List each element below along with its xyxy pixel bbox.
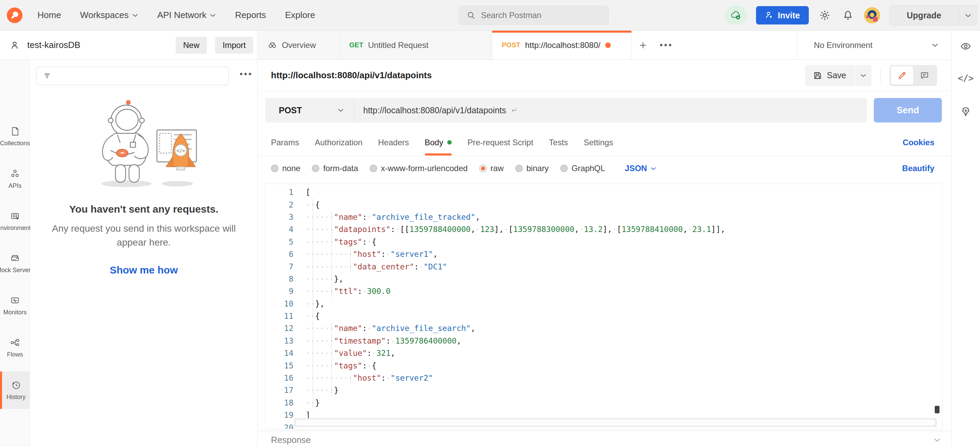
global-search[interactable] xyxy=(459,6,609,25)
environment-quick-look-button[interactable] xyxy=(956,37,975,56)
url-input[interactable]: http://localhost:8080/api/v1/datapoints xyxy=(354,105,867,115)
comment-icon xyxy=(920,71,929,80)
show-me-how-link[interactable]: Show me how xyxy=(110,264,178,276)
line-number: 16 xyxy=(266,374,293,382)
sidebar-rail-items: CollectionsAPIsEnvironmentsMock ServersM… xyxy=(0,60,30,447)
radio-unselected-icon xyxy=(515,165,523,172)
radio-unselected-icon xyxy=(370,165,377,172)
code-snippet-button[interactable]: </> xyxy=(956,69,975,88)
primary-nav: Home Workspaces API Network Reports Expl… xyxy=(37,10,315,21)
radio-unselected-icon xyxy=(560,165,568,172)
line-number: 4 xyxy=(266,225,293,234)
tab-post-localhost[interactable]: POST http://localhost:8080/ xyxy=(492,31,632,60)
nav-api-network[interactable]: API Network xyxy=(157,10,216,21)
beautify-link[interactable]: Beautify xyxy=(902,163,934,173)
sidebar-item-environments[interactable]: Environments xyxy=(0,203,30,240)
body-mode-binary[interactable]: binary xyxy=(515,163,549,173)
cookies-link[interactable]: Cookies xyxy=(903,138,934,147)
sync-status-button[interactable] xyxy=(725,6,747,25)
user-avatar[interactable] xyxy=(864,7,880,24)
line-number: 13 xyxy=(266,336,293,345)
history-empty-state: </> You haven't sent any requests. Any r… xyxy=(30,85,257,276)
sidebar-item-apis[interactable]: APIs xyxy=(0,160,30,198)
vertical-scrollbar-thumb[interactable] xyxy=(935,406,940,413)
request-tab-headers[interactable]: Headers xyxy=(378,129,409,155)
workspace-name: test-kairosDB xyxy=(27,40,167,50)
method-badge-get: GET xyxy=(349,41,363,49)
line-number: 19 xyxy=(266,411,293,420)
body-mode-graphql[interactable]: GraphQL xyxy=(560,163,605,173)
body-mode-none[interactable]: none xyxy=(271,163,300,173)
body-mode-x-www-form-urlencoded[interactable]: x-www-form-urlencoded xyxy=(370,163,468,173)
nav-workspaces[interactable]: Workspaces xyxy=(80,10,138,21)
svg-text:</>: </> xyxy=(176,148,185,154)
sidebar-item-history[interactable]: History xyxy=(0,371,30,409)
save-button[interactable]: Save xyxy=(805,65,854,86)
nav-home[interactable]: Home xyxy=(37,10,61,21)
history-filter-input[interactable] xyxy=(36,67,229,85)
language-dropdown[interactable]: JSON xyxy=(625,163,656,173)
notifications-bell-icon[interactable] xyxy=(841,8,855,22)
code-line-15: 15······"tags":·{ xyxy=(266,359,942,371)
send-button[interactable]: Send xyxy=(874,98,942,122)
edit-mode-button[interactable] xyxy=(891,67,913,85)
tab-overview[interactable]: Overview xyxy=(258,31,340,60)
import-button[interactable]: Import xyxy=(215,37,253,54)
method-dropdown[interactable]: POST xyxy=(265,98,354,122)
comments-button[interactable] xyxy=(913,67,936,85)
save-options-button[interactable] xyxy=(855,65,872,86)
code-line-8: 8······}, xyxy=(266,273,942,285)
chevron-down-icon xyxy=(965,13,972,18)
settings-gear-icon[interactable] xyxy=(818,8,832,22)
nav-reports[interactable]: Reports xyxy=(235,10,266,21)
new-button[interactable]: New xyxy=(176,37,207,54)
line-number: 7 xyxy=(266,262,293,271)
request-tab-settings[interactable]: Settings xyxy=(584,129,613,155)
code-line-14: 14······"value":·321, xyxy=(266,347,942,359)
body-mode-raw[interactable]: raw xyxy=(479,163,504,173)
line-number: 1 xyxy=(266,188,293,197)
sidebar-item-flows[interactable]: Flows xyxy=(0,329,30,366)
line-number: 2 xyxy=(266,200,293,209)
sidebar-item-collections[interactable]: Collections xyxy=(0,118,30,155)
history-more-actions-icon[interactable] xyxy=(240,73,251,75)
invite-button[interactable]: Invite xyxy=(756,6,809,24)
body-mode-list: noneform-datax-www-form-urlencodedrawbin… xyxy=(271,163,605,173)
upgrade-menu-button[interactable] xyxy=(959,13,977,18)
request-tab-params[interactable]: Params xyxy=(271,129,299,155)
sidebar: test-kairosDB New Import CollectionsAPIs… xyxy=(0,31,258,447)
method-badge-post: POST xyxy=(502,41,520,49)
line-number: 14 xyxy=(266,349,293,358)
code-line-9: 9······"ttl":·300.0 xyxy=(266,285,942,297)
request-tab-body[interactable]: Body xyxy=(425,129,452,155)
sidebar-item-mock-servers[interactable]: Mock Servers xyxy=(0,244,30,282)
chevron-down-icon[interactable] xyxy=(934,438,940,442)
request-tab-tests[interactable]: Tests xyxy=(549,129,568,155)
tab-untitled-request[interactable]: GET Untitled Request xyxy=(340,31,492,60)
upgrade-button[interactable]: Upgrade xyxy=(889,5,978,25)
new-tab-button[interactable] xyxy=(632,31,654,60)
request-tab-authorization[interactable]: Authorization xyxy=(315,129,363,155)
body-mode-form-data[interactable]: form-data xyxy=(312,163,358,173)
suggestions-button[interactable] xyxy=(956,102,975,121)
horizontal-scrollbar[interactable] xyxy=(294,418,937,427)
line-number: 6 xyxy=(266,250,293,258)
horizontal-scrollbar-thumb[interactable] xyxy=(295,419,936,426)
sidebar-item-monitors[interactable]: Monitors xyxy=(0,287,30,324)
code-line-13: 13······"timestamp":·1359786400000, xyxy=(266,335,942,347)
environments-icon xyxy=(10,211,20,221)
eye-icon xyxy=(960,41,971,52)
line-number: 12 xyxy=(266,324,293,333)
tab-options-button[interactable] xyxy=(654,31,677,60)
save-floppy-icon xyxy=(813,71,822,80)
search-input[interactable] xyxy=(480,10,593,21)
response-section-header[interactable]: Response xyxy=(258,431,951,447)
body-code-editor[interactable]: 1[2··{3······"name":·"archive_file_track… xyxy=(265,184,943,429)
empty-state-title: You haven't sent any requests. xyxy=(30,203,257,215)
nav-explore[interactable]: Explore xyxy=(285,10,315,21)
line-number: 9 xyxy=(266,287,293,296)
postman-logo-icon[interactable] xyxy=(7,8,22,23)
environment-selector[interactable]: No Environment xyxy=(797,31,951,60)
line-number: 10 xyxy=(266,300,293,308)
request-tab-pre-request-script[interactable]: Pre-request Script xyxy=(467,129,533,155)
